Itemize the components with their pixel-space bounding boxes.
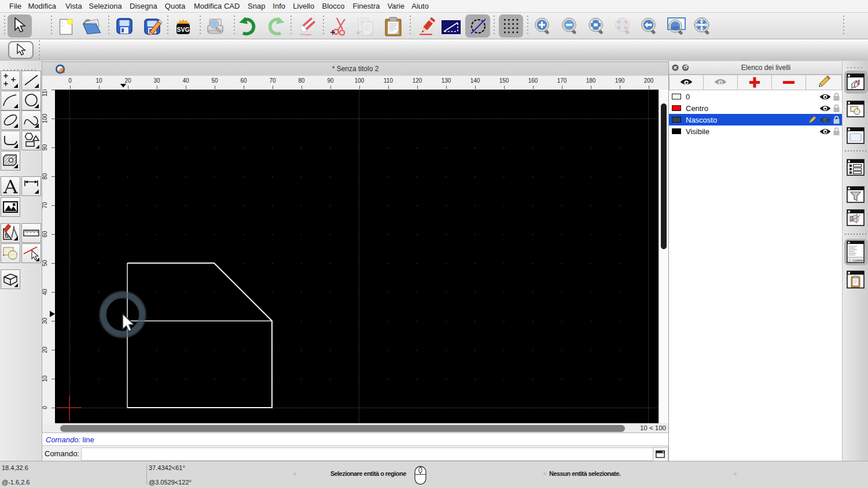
svg-text:70: 70 (42, 202, 48, 209)
svg-text:0: 0 (42, 406, 48, 409)
svg-text:80: 80 (42, 173, 48, 180)
svg-text:50: 50 (42, 260, 48, 267)
svg-text:10: 10 (42, 375, 48, 382)
svg-text:100: 100 (42, 113, 48, 123)
svg-text:90: 90 (42, 144, 48, 151)
svg-text:30: 30 (42, 317, 48, 324)
svg-text:20: 20 (42, 346, 48, 353)
svg-text:> command: > command (849, 258, 865, 263)
svg-text:40: 40 (42, 289, 48, 295)
svg-text:110: 110 (42, 90, 48, 97)
svg-text:60: 60 (42, 231, 48, 238)
svg-text:SVG: SVG (176, 26, 189, 33)
